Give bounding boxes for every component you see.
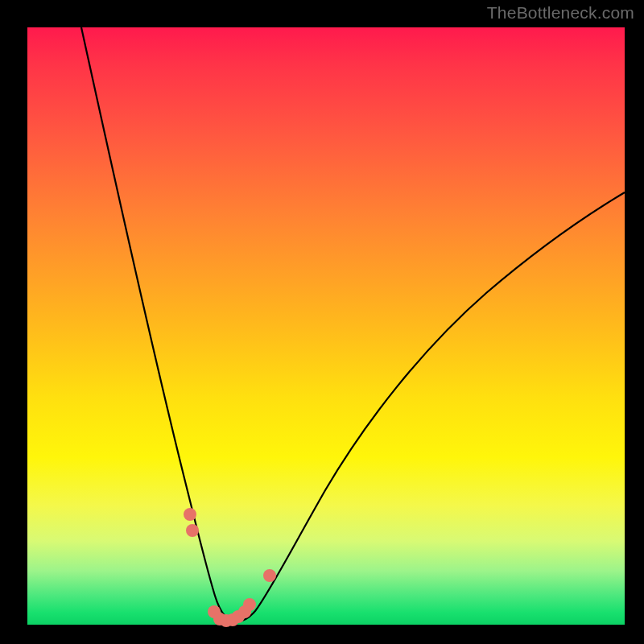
marker-dot xyxy=(186,524,199,537)
marker-dot xyxy=(184,508,196,521)
plot-area xyxy=(27,27,625,625)
chart-frame: TheBottleneck.com xyxy=(0,0,644,644)
marker-dot xyxy=(263,569,276,582)
bottleneck-curve-svg xyxy=(27,27,625,625)
watermark-text: TheBottleneck.com xyxy=(487,3,634,23)
bottleneck-curve-path xyxy=(81,27,625,621)
marker-dot xyxy=(243,598,256,611)
curve-markers xyxy=(184,508,276,627)
